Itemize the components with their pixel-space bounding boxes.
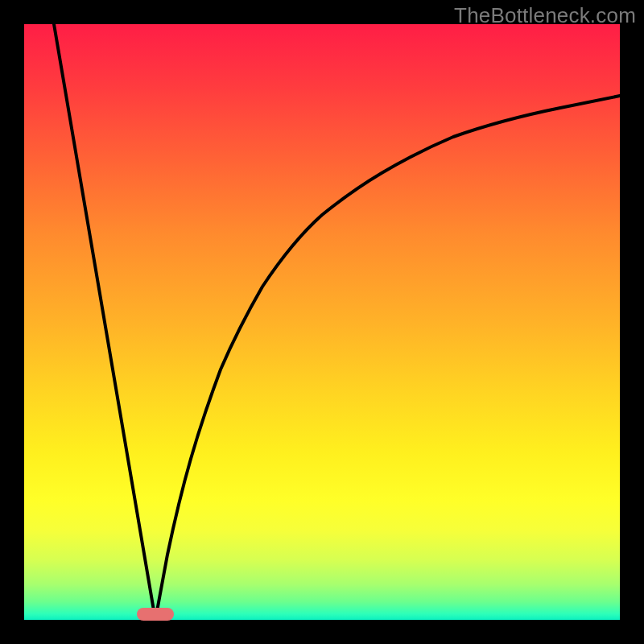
curve-left <box>54 24 155 620</box>
bottleneck-marker <box>137 608 174 621</box>
plot-area <box>24 24 620 620</box>
curve-right <box>155 96 620 620</box>
curve-layer <box>24 24 620 620</box>
chart-frame: TheBottleneck.com <box>0 0 644 644</box>
